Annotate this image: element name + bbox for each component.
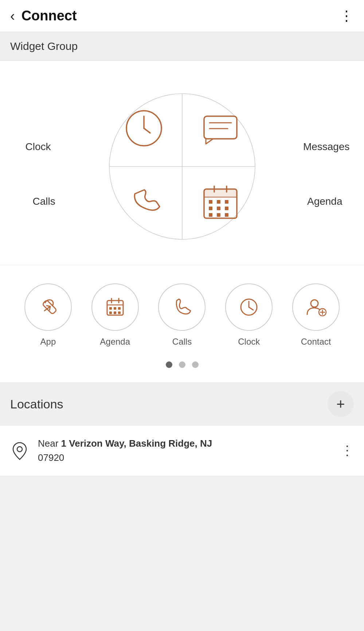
app-icon-circle: [24, 283, 72, 331]
agenda-label: Agenda: [307, 196, 343, 207]
agenda-icon-circle: [91, 283, 139, 331]
agenda-icon: [103, 295, 127, 319]
add-location-button[interactable]: +: [328, 391, 354, 417]
location-item[interactable]: Near 1 Verizon Way, Basking Ridge, NJ079…: [0, 426, 364, 476]
svg-rect-14: [209, 200, 212, 204]
contact-icon: [304, 295, 328, 319]
contact-label: Contact: [301, 337, 331, 347]
icon-item-calls[interactable]: Calls: [158, 283, 206, 347]
location-more-button[interactable]: ⋮: [341, 443, 354, 458]
clock-icon: [237, 295, 261, 319]
clock-label: Clock: [238, 337, 260, 347]
svg-rect-21: [217, 213, 220, 217]
svg-rect-28: [114, 307, 116, 310]
svg-rect-30: [109, 311, 112, 314]
svg-rect-32: [118, 311, 121, 314]
svg-line-35: [249, 307, 253, 310]
calls-icon: [170, 295, 193, 319]
icon-item-agenda[interactable]: Agenda: [91, 283, 139, 347]
location-address: Near 1 Verizon Way, Basking Ridge, NJ079…: [38, 436, 332, 465]
locations-title: Locations: [10, 397, 63, 411]
icon-item-contact[interactable]: Contact: [292, 283, 340, 347]
calls-label: Calls: [172, 337, 192, 347]
calls-icon-circle: [158, 283, 206, 331]
pagination-dot-1[interactable]: [166, 361, 172, 368]
icon-item-clock[interactable]: Clock: [225, 283, 273, 347]
svg-rect-15: [217, 200, 220, 204]
svg-rect-20: [209, 213, 212, 217]
svg-rect-16: [225, 200, 228, 204]
svg-rect-31: [114, 311, 116, 314]
app-icon: [36, 295, 60, 319]
svg-rect-27: [109, 307, 112, 310]
svg-rect-19: [225, 207, 228, 210]
agenda-label: Agenda: [100, 337, 130, 347]
svg-rect-29: [118, 307, 121, 310]
app-header: ‹ Connect ⋮: [0, 0, 364, 32]
widget-circle: [106, 90, 259, 243]
svg-rect-22: [225, 213, 228, 217]
contact-icon-circle: [292, 283, 340, 331]
icon-item-app[interactable]: App: [24, 283, 72, 347]
widget-group-label: Widget Group: [0, 32, 364, 61]
svg-point-40: [17, 447, 22, 452]
messages-label: Messages: [303, 141, 350, 153]
pagination-dots: [0, 354, 364, 383]
pagination-dot-3[interactable]: [192, 361, 199, 368]
app-label: App: [40, 337, 56, 347]
back-button[interactable]: ‹: [10, 9, 15, 23]
locations-section-header: Locations +: [0, 383, 364, 426]
more-menu-button[interactable]: ⋮: [340, 8, 354, 24]
icon-row: App Agenda Calls: [0, 265, 364, 354]
clock-icon-circle: [225, 283, 273, 331]
location-pin-icon: [10, 441, 29, 460]
svg-rect-18: [217, 207, 220, 210]
clock-label: Clock: [26, 141, 51, 153]
pagination-dot-2[interactable]: [179, 361, 185, 368]
svg-rect-10: [204, 189, 237, 197]
svg-rect-17: [209, 207, 212, 210]
svg-point-36: [311, 300, 318, 307]
widget-area: Clock Messages Calls Agenda: [0, 61, 364, 265]
calls-label: Calls: [33, 196, 55, 207]
page-title: Connect: [21, 8, 340, 24]
